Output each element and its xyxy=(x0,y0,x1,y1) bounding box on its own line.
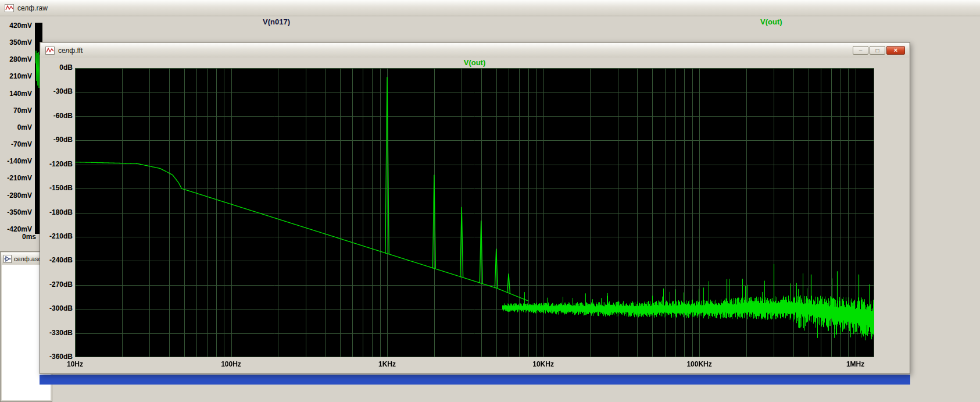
fft-y-tick-label: -240dB xyxy=(49,256,73,264)
fft-window: селф.fft – □ × V(out) 0dB-30dB-60dB-90dB… xyxy=(40,42,910,374)
fft-x-tick-label: 100KHz xyxy=(676,360,723,368)
raw-y-tick-label: -210mV xyxy=(7,174,32,182)
fft-y-tick-label: -150dB xyxy=(49,184,73,192)
raw-y-tick-label: 140mV xyxy=(9,90,32,98)
raw-y-tick-label: 420mV xyxy=(9,22,32,30)
fft-y-tick-label: -30dB xyxy=(53,87,73,95)
fft-y-tick-label: -330dB xyxy=(49,329,73,337)
raw-window-titlebar[interactable]: селф.raw xyxy=(0,0,980,16)
background-blue-bar xyxy=(40,375,910,385)
fft-x-tick-label: 100Hz xyxy=(208,360,255,368)
fft-y-axis-labels: 0dB-30dB-60dB-90dB-120dB-150dB-180dB-210… xyxy=(40,42,73,373)
raw-y-tick-label: -350mV xyxy=(7,208,32,216)
fft-y-tick-label: -300dB xyxy=(49,304,73,312)
schematic-icon xyxy=(3,255,12,263)
raw-trace-label-n017[interactable]: V(n017) xyxy=(263,17,290,26)
raw-y-tick-label: 280mV xyxy=(9,55,32,63)
raw-y-tick-label: 0mV xyxy=(17,123,32,131)
raw-y-tick-label: -420mV xyxy=(7,225,32,233)
asc-window-title: селф.asc xyxy=(14,255,41,262)
raw-y-tick-label: -280mV xyxy=(7,191,32,200)
fft-y-tick-label: -360dB xyxy=(49,353,73,361)
fft-y-tick-label: -60dB xyxy=(53,112,73,120)
fft-x-tick-label: 1KHz xyxy=(364,360,410,368)
maximize-button[interactable]: □ xyxy=(870,46,885,55)
fft-x-tick-label: 10KHz xyxy=(520,360,567,368)
raw-y-tick-label: 210mV xyxy=(9,72,32,80)
raw-y-tick-label: -70mV xyxy=(11,140,32,148)
window-controls: – □ × xyxy=(853,46,905,55)
desktop: селф.raw V(n017) V(out) 420mV350mV280mV2… xyxy=(0,0,980,402)
fft-y-tick-label: -90dB xyxy=(53,136,73,144)
fft-y-tick-label: -180dB xyxy=(49,208,73,216)
fft-y-tick-label: 0dB xyxy=(59,63,73,72)
fft-y-tick-label: -270dB xyxy=(49,280,73,289)
raw-y-tick-label: 350mV xyxy=(9,38,32,47)
fft-plot-canvas[interactable] xyxy=(75,68,874,357)
fft-trace-legend[interactable]: V(out) xyxy=(75,58,874,67)
fft-window-titlebar[interactable]: селф.fft – □ × xyxy=(41,43,909,58)
close-button[interactable]: × xyxy=(886,46,905,55)
minimize-button[interactable]: – xyxy=(853,46,868,55)
fft-y-tick-label: -210dB xyxy=(49,232,73,240)
fft-y-tick-label: -120dB xyxy=(49,160,73,168)
raw-y-axis-labels: 420mV350mV280mV210mV140mV70mV0mV-70mV-14… xyxy=(0,0,33,250)
raw-y-tick-label: 70mV xyxy=(13,106,32,115)
raw-y-tick-label: -140mV xyxy=(7,157,32,165)
raw-x-axis-first-label: 0ms xyxy=(22,233,36,241)
fft-x-tick-label: 1MHz xyxy=(832,360,879,368)
raw-trace-label-vout[interactable]: V(out) xyxy=(760,17,782,26)
